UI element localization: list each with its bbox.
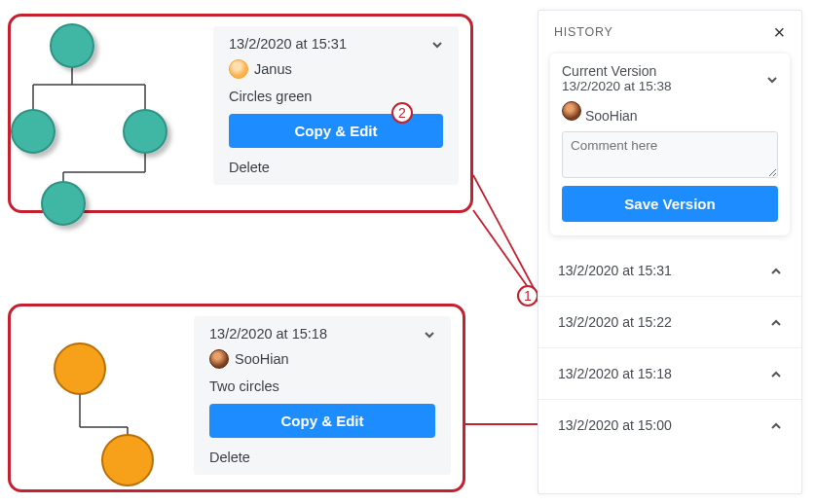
chevron-up-icon — [770, 419, 782, 431]
version-mini-panel: 13/2/2020 at 15:18 SooHian Two circles C… — [194, 316, 451, 475]
svg-point-7 — [51, 24, 93, 67]
copy-edit-button[interactable]: Copy & Edit — [209, 404, 435, 438]
delete-button[interactable]: Delete — [209, 446, 435, 465]
svg-point-15 — [102, 435, 153, 486]
chevron-down-icon[interactable] — [424, 328, 435, 340]
chevron-up-icon — [770, 316, 782, 328]
svg-point-9 — [124, 110, 167, 153]
avatar — [562, 101, 581, 121]
history-panel: HISTORY × Current Version 13/2/2020 at 1… — [538, 10, 802, 494]
preview-card-15-18: 13/2/2020 at 15:18 SooHian Two circles C… — [8, 304, 465, 492]
history-item-timestamp: 13/2/2020 at 15:31 — [558, 263, 672, 278]
history-item-timestamp: 13/2/2020 at 15:00 — [558, 417, 672, 433]
history-item[interactable]: 13/2/2020 at 15:22 — [538, 296, 801, 347]
svg-point-14 — [55, 343, 105, 394]
chevron-down-icon[interactable] — [431, 38, 443, 50]
current-version-title: Current Version — [562, 63, 672, 79]
version-timestamp: 13/2/2020 at 15:18 — [209, 326, 327, 342]
current-version-timestamp: 13/2/2020 at 15:38 — [562, 79, 672, 93]
version-comment: Circles green — [229, 87, 443, 106]
version-user: Janus — [254, 61, 292, 77]
current-version-card: Current Version 13/2/2020 at 15:38 SooHi… — [550, 54, 790, 235]
history-list: 13/2/2020 at 15:31 13/2/2020 at 15:22 13… — [538, 245, 801, 493]
diagram-thumbnail — [19, 322, 194, 486]
chevron-down-icon[interactable] — [766, 73, 778, 85]
chevron-up-icon — [770, 368, 782, 379]
history-item-timestamp: 13/2/2020 at 15:18 — [558, 366, 672, 381]
avatar — [229, 59, 248, 79]
panel-title: HISTORY — [554, 25, 613, 39]
current-version-user: SooHian — [585, 108, 638, 124]
annotation-marker-1: 1 — [517, 285, 538, 306]
version-comment: Two circles — [209, 377, 435, 396]
annotation-marker-2: 2 — [391, 102, 413, 124]
history-item[interactable]: 13/2/2020 at 15:31 — [538, 245, 801, 296]
comment-input[interactable] — [562, 131, 778, 178]
delete-button[interactable]: Delete — [229, 156, 443, 175]
version-mini-panel: 13/2/2020 at 15:31 Janus Circles green C… — [213, 26, 459, 185]
avatar — [209, 349, 229, 369]
save-version-button[interactable]: Save Version — [562, 186, 778, 222]
history-item-timestamp: 13/2/2020 at 15:22 — [558, 314, 672, 330]
chevron-up-icon — [770, 265, 782, 276]
diagram-thumbnail — [19, 26, 213, 206]
history-item[interactable]: 13/2/2020 at 15:00 — [538, 399, 801, 450]
svg-point-10 — [42, 182, 85, 225]
version-timestamp: 13/2/2020 at 15:31 — [229, 36, 347, 52]
history-item[interactable]: 13/2/2020 at 15:18 — [538, 347, 801, 399]
close-icon[interactable]: × — [774, 24, 786, 40]
svg-point-8 — [12, 110, 55, 153]
version-user: SooHian — [235, 351, 289, 367]
